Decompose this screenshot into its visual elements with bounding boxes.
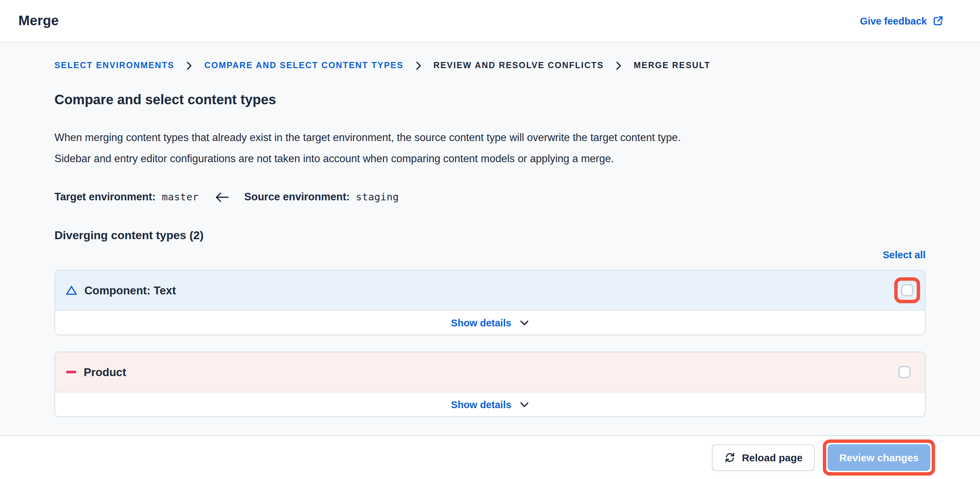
card-header[interactable]: Component: Text (55, 270, 925, 310)
stepper: Select environments Compare and select c… (54, 61, 926, 70)
top-bar: Merge Give feedback (0, 0, 980, 42)
step-compare-content-types[interactable]: Compare and select content types (205, 61, 404, 70)
card-details-row: Show details (55, 392, 925, 416)
annotation-highlight: Review changes (823, 439, 935, 476)
chevron-right-icon (616, 61, 621, 70)
content-type-card-component-text: Component: Text Show details (54, 270, 926, 335)
chevron-down-icon (520, 320, 529, 325)
show-details-label: Show details (451, 317, 511, 328)
annotation-highlight (894, 277, 920, 303)
show-details-toggle[interactable]: Show details (451, 317, 529, 328)
triangle-changed-icon (66, 286, 77, 295)
give-feedback-link[interactable]: Give feedback (860, 15, 943, 26)
reload-page-label: Reload page (742, 452, 802, 463)
arrow-left-icon (215, 192, 229, 202)
content-type-card-product: Product Show details (54, 351, 926, 417)
card-details-row: Show details (55, 310, 925, 335)
chevron-right-icon (416, 61, 421, 70)
content-type-title: Product (84, 366, 126, 378)
target-environment-value: master (162, 192, 198, 202)
review-changes-button[interactable]: Review changes (828, 444, 930, 471)
give-feedback-label: Give feedback (860, 15, 927, 26)
reload-icon (724, 452, 736, 463)
footer-bar: Reload page Review changes (0, 435, 980, 479)
show-details-label: Show details (451, 399, 511, 410)
source-environment-label: Source environment: (244, 191, 350, 203)
content-type-checkbox[interactable] (898, 366, 911, 378)
step-select-environments[interactable]: Select environments (54, 61, 175, 70)
page-heading: Compare and select content types (54, 90, 926, 109)
app-title: Merge (18, 13, 59, 29)
target-environment-label: Target environment: (54, 191, 156, 203)
diverging-section-title: Diverging content types (2) (54, 229, 926, 243)
main-content: Select environments Compare and select c… (0, 42, 980, 435)
minus-removed-icon (66, 370, 76, 374)
source-environment: Source environment: staging (244, 191, 399, 203)
show-details-toggle[interactable]: Show details (451, 399, 529, 410)
environment-summary: Target environment: master Source enviro… (54, 191, 926, 203)
step-merge-result: Merge result (633, 61, 711, 70)
merge-app: Merge Give feedback Select environments … (0, 0, 980, 479)
target-environment: Target environment: master (54, 191, 199, 203)
content-type-title: Component: Text (84, 284, 176, 297)
external-link-icon (933, 16, 943, 26)
step-review-conflicts: Review and resolve conflicts (434, 61, 604, 70)
chevron-down-icon (520, 402, 529, 407)
select-all-row: Select all (54, 249, 926, 263)
content-type-checkbox[interactable] (901, 284, 913, 296)
intro-paragraph-2: Sidebar and entry editor configurations … (54, 150, 926, 166)
reload-page-button[interactable]: Reload page (712, 444, 815, 471)
select-all-link[interactable]: Select all (883, 249, 926, 263)
source-environment-value: staging (356, 192, 399, 202)
chevron-right-icon (187, 61, 192, 70)
intro-paragraph-1: When merging content types that already … (54, 129, 926, 145)
card-header[interactable]: Product (55, 352, 925, 392)
